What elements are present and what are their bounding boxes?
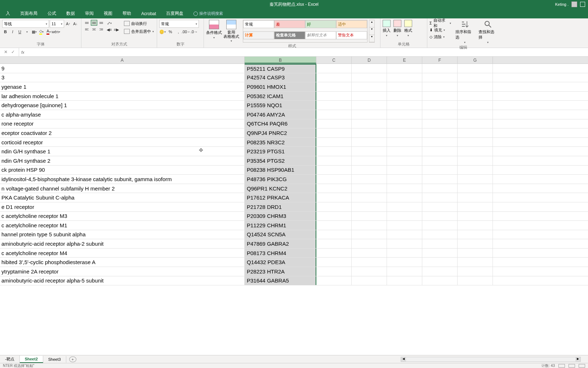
cell-A[interactable]: aminobutyric-acid receptor alpha-5 subun…	[0, 276, 245, 285]
cell-B[interactable]: P31644 GABRA5	[245, 276, 316, 285]
cell-empty[interactable]	[458, 276, 493, 285]
format-cells-button[interactable]: 格式▾	[404, 20, 412, 37]
cell-empty[interactable]	[316, 276, 352, 285]
cell-empty[interactable]	[387, 73, 422, 82]
style-neutral[interactable]: 适中	[336, 20, 367, 28]
cell-empty[interactable]	[352, 156, 387, 165]
cell-B[interactable]: P48736 PIK3CG	[245, 175, 316, 184]
cell-empty[interactable]	[352, 138, 387, 147]
add-sheet-button[interactable]: +	[69, 356, 76, 362]
cell-empty[interactable]	[458, 202, 493, 211]
cell-A[interactable]: 9	[0, 64, 245, 73]
align-top-button[interactable]	[84, 20, 90, 26]
col-header-F[interactable]: F	[422, 57, 458, 63]
cell-A[interactable]: c acetylcholine receptor M3	[0, 212, 245, 221]
table-row[interactable]: dehydrogenase [quinone] 1P15559 NQO1	[0, 101, 588, 110]
phonetic-button[interactable]: wén▾	[53, 29, 59, 35]
cell-B[interactable]: P20309 CHRM3	[245, 212, 316, 221]
table-row[interactable]: c acetylcholine receptor M1P11229 CHRM1	[0, 221, 588, 230]
cell-B[interactable]: Q6TCH4 PAQR6	[245, 119, 316, 128]
cell-empty[interactable]	[422, 82, 458, 91]
cell-empty[interactable]	[458, 267, 493, 276]
tab-review[interactable]: 审阅	[81, 9, 98, 18]
cell-empty[interactable]	[422, 138, 458, 147]
cell-empty[interactable]	[316, 138, 352, 147]
cell-empty[interactable]	[422, 249, 458, 258]
cell-empty[interactable]	[458, 101, 493, 110]
cell-empty[interactable]	[422, 92, 458, 101]
cell-empty[interactable]	[458, 119, 493, 128]
cell-empty[interactable]	[352, 73, 387, 82]
cell-empty[interactable]	[352, 147, 387, 156]
cell-A[interactable]: corticoid receptor	[0, 138, 245, 147]
cell-B[interactable]: P08235 NR3C2	[245, 138, 316, 147]
enter-button[interactable]: ✓	[10, 49, 16, 55]
col-header-B[interactable]: B	[245, 57, 316, 63]
cell-empty[interactable]	[422, 166, 458, 175]
tab-data[interactable]: 数据	[62, 9, 79, 18]
autosum-button[interactable]: Σ自动求和▾	[429, 20, 451, 26]
clear-button[interactable]: ◇清除▾	[429, 34, 451, 40]
cell-empty[interactable]	[316, 128, 352, 137]
align-middle-button[interactable]	[91, 20, 97, 26]
insert-cells-button[interactable]: 插入▾	[383, 20, 391, 37]
cell-empty[interactable]	[422, 221, 458, 230]
cell-empty[interactable]	[387, 221, 422, 230]
cell-empty[interactable]	[422, 156, 458, 165]
cell-empty[interactable]	[352, 64, 387, 73]
cell-A[interactable]: rone receptor	[0, 119, 245, 128]
fill-color-button[interactable]: ◇▾	[38, 29, 45, 35]
cell-empty[interactable]	[387, 267, 422, 276]
cell-empty[interactable]	[352, 166, 387, 175]
table-row[interactable]: lar adhesion molecule 1P05362 ICAM1	[0, 92, 588, 101]
cell-empty[interactable]	[352, 221, 387, 230]
cell-A[interactable]: n voltage-gated channel subfamily H memb…	[0, 184, 245, 193]
cell-empty[interactable]	[387, 110, 422, 119]
cell-B[interactable]: P08238 HSP90AB1	[245, 166, 316, 175]
cell-empty[interactable]	[458, 212, 493, 221]
cell-empty[interactable]	[352, 276, 387, 285]
table-row[interactable]: ytryptamine 2A receptorP28223 HTR2A	[0, 267, 588, 276]
font-color-button[interactable]: A▾	[45, 29, 52, 35]
cell-empty[interactable]	[422, 239, 458, 248]
cell-empty[interactable]	[352, 258, 387, 267]
decrease-indent-button[interactable]: ◀≡	[106, 26, 112, 33]
italic-button[interactable]: I	[9, 29, 16, 35]
table-row[interactable]: n voltage-gated channel subfamily H memb…	[0, 184, 588, 193]
tab-acrobat[interactable]: Acrobat	[137, 10, 160, 18]
style-explain[interactable]: 解释性文本	[305, 31, 336, 39]
table-row[interactable]: idylinositol-4,5-bisphosphate 3-kinase c…	[0, 175, 588, 184]
cell-A[interactable]: dehydrogenase [quinone] 1	[0, 101, 245, 110]
cell-empty[interactable]	[352, 267, 387, 276]
cell-empty[interactable]	[422, 147, 458, 156]
cell-empty[interactable]	[387, 193, 422, 202]
cell-empty[interactable]	[458, 193, 493, 202]
find-select-button[interactable]: 查找和选择▾	[478, 20, 497, 44]
cell-empty[interactable]	[387, 138, 422, 147]
cell-empty[interactable]	[422, 175, 458, 184]
cell-empty[interactable]	[458, 110, 493, 119]
cell-empty[interactable]	[316, 82, 352, 91]
cell-empty[interactable]	[422, 276, 458, 285]
cell-empty[interactable]	[458, 175, 493, 184]
cell-B[interactable]: P09601 HMOX1	[245, 82, 316, 91]
cell-B[interactable]: P21728 DRD1	[245, 202, 316, 211]
cell-A[interactable]: ck protein HSP 90	[0, 166, 245, 175]
underline-dropdown[interactable]: ▾	[24, 29, 30, 35]
cell-empty[interactable]	[352, 212, 387, 221]
cell-empty[interactable]	[458, 64, 493, 73]
cell-B[interactable]: P17612 PRKACA	[245, 193, 316, 202]
tab-insert[interactable]: 入	[1, 9, 14, 18]
table-row[interactable]: 3P42574 CASP3	[0, 73, 588, 83]
normal-view-button[interactable]	[558, 364, 565, 368]
col-header-C[interactable]: C	[316, 57, 352, 63]
cell-A[interactable]: aminobutyric-acid receptor alpha-2 subun…	[0, 239, 245, 248]
cell-empty[interactable]	[387, 230, 422, 239]
table-row[interactable]: c acetylcholine receptor M4P08173 CHRM4	[0, 249, 588, 258]
style-check[interactable]: 检查单元格	[274, 31, 305, 39]
tell-me-search[interactable]: 操作说明搜索	[193, 11, 223, 16]
cell-empty[interactable]	[316, 258, 352, 267]
cell-B[interactable]: Q14524 SCN5A	[245, 230, 316, 239]
cell-empty[interactable]	[387, 119, 422, 128]
cell-empty[interactable]	[387, 101, 422, 110]
